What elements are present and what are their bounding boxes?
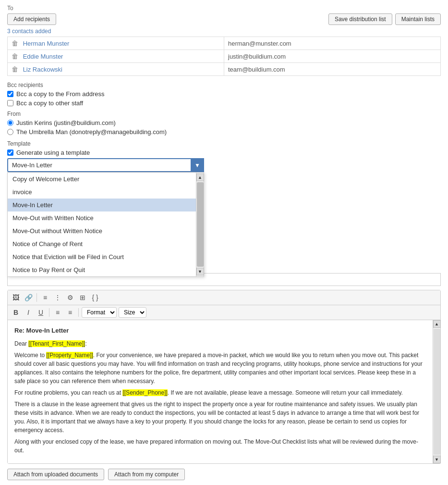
sender-tag: [[Sender_Phone]] bbox=[122, 389, 167, 396]
dropdown-scrollbar: Copy of Welcome LetterinvoiceMove-In Let… bbox=[8, 173, 204, 276]
attach-row: Attach from uploaded documents Attach fr… bbox=[7, 469, 441, 480]
table-icon[interactable]: ⊞ bbox=[77, 292, 88, 303]
align-left-icon[interactable]: ≡ bbox=[52, 307, 63, 318]
contact-name-cell: 🗑 Herman Munster bbox=[8, 37, 224, 50]
link-icon[interactable]: 🔗 bbox=[23, 292, 34, 303]
toolbar-separator-1 bbox=[36, 293, 37, 302]
table-row: 🗑 Liz Rackowski team@buildium.com bbox=[8, 63, 441, 76]
merge-field-icon[interactable]: ⚙ bbox=[65, 292, 75, 303]
para2-rest: . If we are not available, please leave … bbox=[168, 389, 403, 396]
align-justify-icon[interactable]: ≡ bbox=[65, 307, 75, 318]
toolbar-separator-3 bbox=[78, 308, 79, 317]
para2-pre: For routine problems, you can reach us a… bbox=[14, 389, 122, 396]
editor-scroll-thumb[interactable] bbox=[434, 329, 440, 455]
editor-content[interactable]: Re: Move-In Letter Dear [[Tenant_First_N… bbox=[8, 320, 433, 463]
contact-email-cell: herman@munster.com bbox=[224, 37, 441, 50]
scrollbar-thumb[interactable] bbox=[197, 182, 204, 267]
template-checkbox-label: Generate using a template bbox=[16, 149, 90, 156]
from-label: From bbox=[7, 111, 441, 117]
property-tag: [[Property_Name]] bbox=[46, 352, 93, 359]
table-row: 🗑 Eddie Munster justin@buildium.com bbox=[8, 50, 441, 63]
para3-text: There is a clause in the lease agreement… bbox=[14, 400, 426, 435]
trash-icon[interactable]: 🗑 bbox=[12, 39, 18, 47]
maintain-lists-button[interactable]: Maintain lists bbox=[395, 13, 441, 25]
from-option1-radio[interactable] bbox=[7, 120, 13, 126]
template-dropdown-wrapper: Move-In Letter ▼ Copy of Welcome Letteri… bbox=[7, 158, 204, 172]
contact-name-link[interactable]: Herman Munster bbox=[23, 40, 70, 47]
format-select[interactable]: Format bbox=[82, 307, 117, 318]
toolbar-separator-2 bbox=[49, 308, 49, 317]
contact-email-cell: justin@buildium.com bbox=[224, 50, 441, 63]
source-icon[interactable]: { } bbox=[90, 292, 100, 303]
italic-icon[interactable]: I bbox=[23, 307, 34, 318]
dropdown-item[interactable]: Move-Out without Written Notice bbox=[8, 224, 196, 237]
bcc-staff-checkbox[interactable] bbox=[7, 100, 13, 106]
from-option1-row: Justin Kerins (justin@buildium.com) bbox=[7, 119, 441, 126]
bcc-staff-label: Bcc a copy to other staff bbox=[16, 99, 83, 107]
editor-scroll-down[interactable]: ▼ bbox=[433, 456, 441, 463]
editor-toolbar-top: 🖼 🔗 ≡ ⋮ ⚙ ⊞ { } bbox=[8, 290, 440, 305]
editor-section: 🖼 🔗 ≡ ⋮ ⚙ ⊞ { } B I U ≡ ≡ Format bbox=[7, 273, 441, 464]
dear-text: Dear bbox=[14, 340, 28, 347]
list-unordered-icon[interactable]: ≡ bbox=[40, 292, 50, 303]
template-dropdown-list: Copy of Welcome LetterinvoiceMove-In Let… bbox=[7, 172, 204, 277]
template-label: Template bbox=[7, 140, 441, 147]
attach-computer-button[interactable]: Attach from my computer bbox=[108, 469, 185, 480]
add-recipients-button[interactable]: Add recipients bbox=[7, 13, 56, 25]
dropdown-item[interactable]: Notice that Eviction will be Filed in Co… bbox=[8, 250, 196, 263]
bcc-staff-row: Bcc a copy to other staff bbox=[7, 99, 441, 107]
from-option1-label: Justin Kerins (justin@buildium.com) bbox=[16, 119, 116, 126]
contact-email-cell: team@buildium.com bbox=[224, 63, 441, 76]
template-section: Template Generate using a template Move-… bbox=[7, 140, 441, 172]
bcc-from-row: Bcc a copy to the From address bbox=[7, 90, 441, 98]
list-ordered-icon[interactable]: ⋮ bbox=[52, 292, 63, 303]
table-row: 🗑 Herman Munster herman@munster.com bbox=[8, 37, 441, 50]
to-label: To bbox=[7, 5, 441, 12]
top-action-row: Add recipients Save distribution list Ma… bbox=[7, 13, 441, 25]
colon-text: : bbox=[85, 340, 86, 347]
dropdown-item[interactable]: Notice of Change of Rent bbox=[8, 237, 196, 250]
scrollbar-up-btn[interactable]: ▲ bbox=[196, 174, 204, 181]
template-checkbox-row: Generate using a template bbox=[7, 149, 441, 156]
size-select[interactable]: Size bbox=[119, 307, 146, 318]
editor-area: 🖼 🔗 ≡ ⋮ ⚙ ⊞ { } B I U ≡ ≡ Format bbox=[7, 290, 441, 464]
trash-icon[interactable]: 🗑 bbox=[12, 65, 18, 73]
para4-text: Along with your enclosed copy of the lea… bbox=[14, 437, 426, 455]
dropdown-item[interactable]: Move-In Letter bbox=[8, 199, 196, 211]
template-selected-value[interactable]: Move-In Letter bbox=[8, 159, 203, 171]
re-subject: Re: Move-In Letter bbox=[14, 326, 426, 336]
save-distribution-button[interactable]: Save distribution list bbox=[328, 13, 392, 25]
dropdown-item[interactable]: Move-Out with Written Notice bbox=[8, 211, 196, 224]
bcc-from-checkbox[interactable] bbox=[7, 91, 13, 97]
contact-name-cell: 🗑 Eddie Munster bbox=[8, 50, 224, 63]
dropdown-items: Copy of Welcome LetterinvoiceMove-In Let… bbox=[8, 173, 196, 276]
scrollbar-down-btn[interactable]: ▼ bbox=[196, 268, 204, 275]
contacts-count: 3 contacts added bbox=[7, 28, 441, 35]
contacts-table: 🗑 Herman Munster herman@munster.com 🗑 Ed… bbox=[7, 37, 441, 76]
from-section: From Justin Kerins (justin@buildium.com)… bbox=[7, 111, 441, 136]
editor-scroll-up[interactable]: ▲ bbox=[433, 320, 441, 328]
bold-icon[interactable]: B bbox=[11, 307, 21, 318]
para1-pre: Welcome to bbox=[14, 352, 46, 359]
editor-toolbar-bottom: B I U ≡ ≡ Format Size bbox=[8, 305, 440, 320]
trash-icon[interactable]: 🗑 bbox=[12, 52, 18, 60]
dropdown-item[interactable]: Notice to Pay Rent or Quit bbox=[8, 263, 196, 276]
image-icon[interactable]: 🖼 bbox=[11, 292, 21, 303]
body-text: Dear [[Tenant_First_Name]]: Welcome to [… bbox=[14, 339, 426, 455]
attach-uploaded-button[interactable]: Attach from uploaded documents bbox=[7, 469, 104, 480]
tenant-tag: [[Tenant_First_Name]] bbox=[28, 340, 85, 347]
contact-name-cell: 🗑 Liz Rackowski bbox=[8, 63, 224, 76]
editor-wrapper: Re: Move-In Letter Dear [[Tenant_First_N… bbox=[8, 320, 440, 463]
dropdown-item[interactable]: Copy of Welcome Letter bbox=[8, 173, 196, 186]
bcc-label: Bcc recipients bbox=[7, 82, 441, 88]
from-option2-label: The Umbrella Man (donotreply@managebuild… bbox=[16, 128, 167, 136]
dropdown-item[interactable]: invoice bbox=[8, 186, 196, 199]
contact-name-link[interactable]: Liz Rackowski bbox=[23, 66, 62, 73]
underline-icon[interactable]: U bbox=[36, 307, 46, 318]
template-checkbox[interactable] bbox=[7, 149, 13, 156]
bcc-from-label: Bcc a copy to the From address bbox=[16, 90, 105, 98]
dropdown-scrollbar-track: ▲ ▼ bbox=[196, 173, 204, 276]
contact-name-link[interactable]: Eddie Munster bbox=[23, 53, 63, 60]
editor-scrollbar: ▲ ▼ bbox=[433, 320, 440, 463]
from-option2-radio[interactable] bbox=[7, 129, 13, 135]
